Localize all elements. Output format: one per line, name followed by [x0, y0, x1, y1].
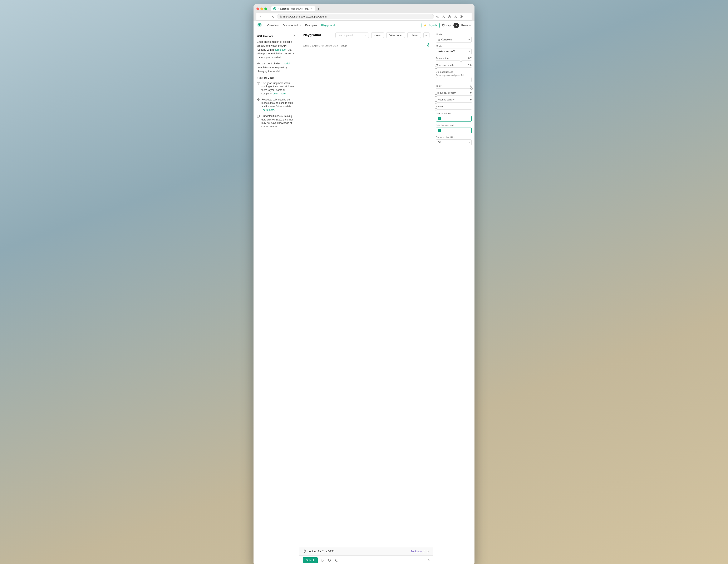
inject-start-label: Inject start text — [436, 112, 472, 115]
tab-title: Playground - OpenAI API - htt... — [277, 8, 310, 10]
browser-window: Playground - OpenAI API - htt... ✕ + ← →… — [254, 4, 474, 564]
view-code-button[interactable]: View code — [386, 32, 405, 38]
banner-close-button[interactable]: ✕ — [427, 550, 429, 553]
sidebar-title: Get started — [257, 34, 273, 37]
submit-button[interactable]: Submit — [303, 557, 318, 563]
max-length-slider[interactable] — [436, 67, 472, 68]
refresh-button[interactable]: ↻ — [271, 14, 276, 19]
model-label: Model — [436, 45, 472, 48]
presence-penalty-label: Presence penalty 0 — [436, 98, 472, 101]
history-icon[interactable] — [447, 14, 452, 19]
chatgpt-try-now-link[interactable]: Try it now ↗ — [411, 550, 425, 553]
best-of-label: Best of 1 — [436, 105, 472, 108]
sidebar-model-link[interactable]: model — [283, 62, 290, 65]
presence-penalty-slider[interactable] — [436, 102, 472, 103]
nav-links: Overview Documentation Examples Playgrou… — [267, 23, 417, 28]
nav-examples[interactable]: Examples — [305, 23, 317, 28]
temperature-slider[interactable] — [436, 60, 472, 61]
upgrade-button[interactable]: ⚡ Upgrade — [422, 23, 440, 28]
info-icon — [303, 549, 306, 553]
download-icon[interactable] — [453, 14, 458, 19]
redo-button[interactable] — [327, 558, 332, 563]
temperature-label: Temperature 0.7 — [436, 57, 472, 59]
sidebar-completion-link[interactable]: completion — [275, 48, 287, 51]
mode-select[interactable]: ▦ Complete ▾ — [436, 37, 472, 43]
svg-point-10 — [259, 24, 260, 26]
training-icon — [257, 98, 260, 112]
show-prob-label: Show probabilities — [436, 136, 472, 138]
model-select[interactable]: text-davinci-003 ▾ — [436, 49, 472, 54]
stop-seq-input[interactable] — [436, 77, 472, 82]
help-button[interactable]: Help — [442, 24, 451, 27]
model-chevron-icon: ▾ — [468, 50, 470, 53]
more-browser-icon[interactable]: ⋯ — [464, 14, 469, 19]
top-p-slider[interactable] — [436, 88, 472, 89]
nav-right: ⚡ Upgrade Help J Personal — [422, 23, 471, 28]
more-options-button[interactable]: ··· — [423, 32, 429, 38]
best-of-slider[interactable] — [436, 109, 472, 110]
show-prob-select[interactable]: Off ▾ — [436, 139, 472, 145]
sidebar-learn-more-1[interactable]: Learn more. — [273, 92, 286, 95]
mode-select-inner: ▦ Complete — [438, 38, 452, 41]
calendar-icon — [257, 115, 260, 128]
top-p-label: Top P 1 — [436, 85, 472, 87]
svg-point-6 — [443, 16, 444, 17]
tab-close-button[interactable]: ✕ — [311, 7, 313, 10]
avatar: J — [453, 23, 459, 28]
browser-chrome: Playground - OpenAI API - htt... ✕ + ← →… — [254, 4, 474, 21]
personal-label: Personal — [461, 24, 471, 27]
preset-dropdown[interactable]: Load a preset... ▾ — [335, 33, 369, 38]
help-circle-icon — [442, 24, 445, 27]
microphone-button[interactable] — [427, 43, 430, 47]
upgrade-label: Upgrade — [428, 24, 437, 27]
settings-panel: Mode ▦ Complete ▾ Model text-davinci-003… — [433, 30, 474, 564]
url-bar[interactable]: https://platform.openai.com/playground — [277, 14, 434, 19]
save-button[interactable]: Save — [371, 32, 384, 38]
prompt-textarea[interactable] — [303, 44, 429, 544]
playground-title: Playground — [303, 33, 333, 37]
freq-penalty-slider[interactable] — [436, 95, 472, 96]
nav-playground[interactable]: Playground — [321, 23, 335, 28]
playground-body: Looking for ChatGPT? Try it now ↗ ✕ Subm… — [299, 40, 433, 564]
share-button[interactable]: Share — [407, 32, 421, 38]
help-label: Help — [446, 24, 451, 27]
sidebar-item-cutoff: Our default models' training data cuts o… — [257, 114, 296, 128]
sidebar-description1: Enter an instruction or select a preset,… — [257, 40, 296, 60]
url-text: https://platform.openai.com/playground — [283, 15, 326, 18]
extensions-icon[interactable] — [435, 14, 440, 19]
sidebar-item-training: Requests submitted to our models may be … — [257, 98, 296, 112]
minimize-window-button[interactable] — [260, 8, 263, 10]
sidebar-description2: You can control which model completes yo… — [257, 62, 296, 73]
freq-penalty-label: Frequency penalty 0 — [436, 91, 472, 94]
best-of-value: 1 — [470, 105, 472, 108]
bottom-toolbar: Submit 0 — [299, 555, 433, 564]
nav-overview[interactable]: Overview — [267, 23, 279, 28]
inject-restart-checkbox[interactable]: ✓ — [438, 129, 441, 132]
forward-button[interactable]: → — [265, 14, 270, 19]
profile-icon[interactable] — [441, 14, 446, 19]
char-count: 0 — [428, 559, 429, 562]
nav-documentation[interactable]: Documentation — [283, 23, 301, 28]
maximize-window-button[interactable] — [264, 8, 267, 10]
sidebar-learn-more-2[interactable]: Learn more. — [261, 109, 275, 112]
browser-tab-active[interactable]: Playground - OpenAI API - htt... ✕ — [271, 6, 315, 11]
history-button[interactable] — [334, 558, 340, 563]
settings-browser-icon[interactable] — [459, 14, 464, 19]
undo-button[interactable] — [319, 558, 325, 563]
inject-start-checkbox[interactable]: ✓ — [438, 117, 441, 120]
close-window-button[interactable] — [256, 8, 259, 10]
inject-start-input[interactable]: ✓ — [436, 116, 472, 122]
max-length-value: 256 — [468, 64, 472, 66]
new-tab-button[interactable]: + — [316, 6, 321, 11]
svg-point-9 — [461, 16, 462, 17]
text-editor — [299, 40, 433, 547]
back-button[interactable]: ← — [259, 14, 264, 19]
chatgpt-banner: Looking for ChatGPT? Try it now ↗ ✕ — [299, 547, 433, 555]
svg-rect-16 — [257, 115, 260, 117]
main-layout: Get started ✕ Enter an instruction or se… — [254, 30, 474, 564]
sidebar-section-title: KEEP IN MIND — [257, 76, 296, 80]
sidebar-body: Enter an instruction or select a preset,… — [257, 40, 296, 128]
sidebar-close-button[interactable]: ✕ — [293, 34, 296, 38]
model-value: text-davinci-003 — [438, 50, 456, 53]
inject-restart-input[interactable]: ✓ — [436, 128, 472, 133]
